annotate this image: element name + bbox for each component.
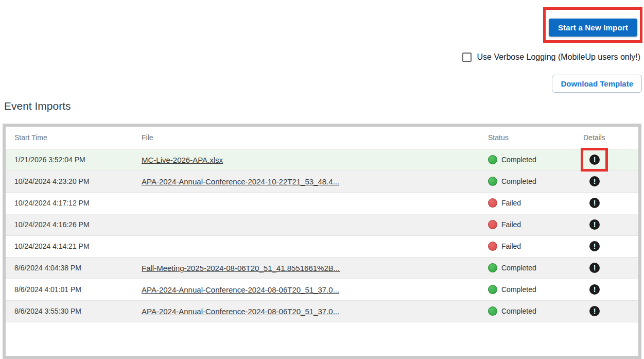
event-imports-table-frame: Start Time File Status Details 1/21/2026… [3,124,641,359]
file-link[interactable]: Fall-Meeting-2025-2024-08-06T20_51_41.85… [142,264,340,272]
start-time-value: 10/24/2024 4:17:12 PM [14,199,90,207]
start-time-value: 1/21/2026 3:52:04 PM [14,156,85,164]
file-cell: APA-2024-Annual-Conference-2024-08-06T20… [142,279,488,300]
start-time-cell: 8/6/2024 3:55:30 PM [6,300,142,322]
verbose-logging-label: Use Verbose Logging (MobileUp users only… [477,53,641,62]
details-cell: ! [583,279,638,300]
start-time-value: 10/24/2024 4:14:21 PM [14,242,90,250]
file-cell [142,235,488,257]
column-header-start-time: Start Time [6,127,142,149]
file-cell: Fall-Meeting-2025-2024-08-06T20_51_41.85… [142,257,488,279]
details-cell: ! [583,235,638,257]
file-link[interactable]: MC-Live-2026-APA.xlsx [142,156,223,164]
details-cell: ! [583,192,638,214]
start-new-import-button[interactable]: Start a New Import [549,19,637,37]
details-cell: ! [583,257,638,279]
page-title: Event Imports [4,100,71,112]
start-time-cell: 10/24/2024 4:16:26 PM [6,214,142,235]
start-time-cell: 8/6/2024 4:04:38 PM [6,257,142,279]
details-cell: ! [583,149,638,170]
verbose-logging-row: Use Verbose Logging (MobileUp users only… [462,53,641,62]
details-exclamation-icon[interactable]: ! [589,198,600,208]
table-row: 8/6/2024 3:55:30 PM APA-2024-Annual-Conf… [6,300,638,322]
start-time-value: 8/6/2024 3:55:30 PM [14,307,81,315]
details-exclamation-icon[interactable]: ! [589,176,600,186]
status-dot-icon [488,198,497,208]
table-body: 1/21/2026 3:52:04 PM MC-Live-2026-APA.xl… [6,149,638,322]
file-link[interactable]: APA-2024-Annual-Conference-2024-08-06T20… [142,307,339,316]
column-header-file: File [142,127,488,149]
status-dot-icon [488,285,497,294]
file-cell [142,192,488,214]
status-label: Completed [501,264,536,272]
start-time-cell: 10/24/2024 4:14:21 PM [6,235,142,257]
status-cell: Failed [488,214,583,235]
details-exclamation-icon[interactable]: ! [589,241,600,251]
status-dot-icon [488,177,497,186]
status-label: Failed [501,199,521,207]
table-row: 10/24/2024 4:14:21 PM Failed ! [6,235,638,257]
status-cell: Failed [488,235,583,257]
event-imports-page: Start a New Import Use Verbose Logging (… [0,0,644,359]
start-time-value: 8/6/2024 4:01:01 PM [14,285,81,294]
details-cell: ! [583,170,638,192]
verbose-logging-checkbox[interactable] [462,53,472,62]
download-template-wrap: Download Template [552,75,642,93]
details-exclamation-icon[interactable]: ! [589,284,600,295]
details-exclamation-icon[interactable]: ! [589,155,600,165]
details-cell: ! [583,214,638,235]
status-label: Failed [501,242,521,250]
download-template-button[interactable]: Download Template [552,75,642,93]
event-imports-table: Start Time File Status Details 1/21/2026… [6,127,638,322]
status-cell: Completed [488,149,583,170]
file-link[interactable]: APA-2024-Annual-Conference-2024-10-22T21… [142,177,339,186]
details-exclamation-icon[interactable]: ! [589,306,600,316]
status-cell: Completed [488,170,583,192]
file-cell: MC-Live-2026-APA.xlsx [142,149,488,170]
details-cell: ! [583,300,638,322]
start-time-cell: 1/21/2026 3:52:04 PM [6,149,142,170]
details-exclamation-icon[interactable]: ! [589,219,600,230]
status-label: Completed [501,156,536,164]
start-time-cell: 10/24/2024 4:23:20 PM [6,170,142,192]
column-header-details: Details [583,127,638,149]
details-exclamation-icon[interactable]: ! [589,263,600,273]
status-dot-icon [488,306,497,316]
status-cell: Failed [488,192,583,214]
table-row: 8/6/2024 4:04:38 PM Fall-Meeting-2025-20… [6,257,638,279]
status-dot-icon [488,155,497,164]
start-time-cell: 8/6/2024 4:01:01 PM [6,279,142,300]
column-header-status: Status [488,127,583,149]
table-row: 1/21/2026 3:52:04 PM MC-Live-2026-APA.xl… [6,149,638,170]
start-time-value: 8/6/2024 4:04:38 PM [14,264,81,272]
table-row: 10/24/2024 4:16:26 PM Failed ! [6,214,638,235]
status-label: Completed [501,285,536,294]
table-row: 8/6/2024 4:01:01 PM APA-2024-Annual-Conf… [6,279,638,300]
file-cell [142,214,488,235]
status-cell: Completed [488,300,583,322]
status-dot-icon [488,220,497,229]
file-cell: APA-2024-Annual-Conference-2024-10-22T21… [142,170,488,192]
status-cell: Completed [488,257,583,279]
start-time-value: 10/24/2024 4:23:20 PM [14,177,90,185]
file-cell: APA-2024-Annual-Conference-2024-08-06T20… [142,300,488,322]
status-label: Completed [501,177,536,185]
table-row: 10/24/2024 4:17:12 PM Failed ! [6,192,638,214]
start-time-cell: 10/24/2024 4:17:12 PM [6,192,142,214]
status-dot-icon [488,263,497,272]
status-label: Failed [501,220,521,229]
table-header-row: Start Time File Status Details [6,127,638,149]
status-label: Completed [501,307,536,315]
file-link[interactable]: APA-2024-Annual-Conference-2024-08-06T20… [142,285,339,294]
start-time-value: 10/24/2024 4:16:26 PM [14,220,90,229]
status-dot-icon [488,242,497,251]
highlight-rectangle-start-import: Start a New Import [543,7,642,43]
status-cell: Completed [488,279,583,300]
table-row: 10/24/2024 4:23:20 PM APA-2024-Annual-Co… [6,170,638,192]
